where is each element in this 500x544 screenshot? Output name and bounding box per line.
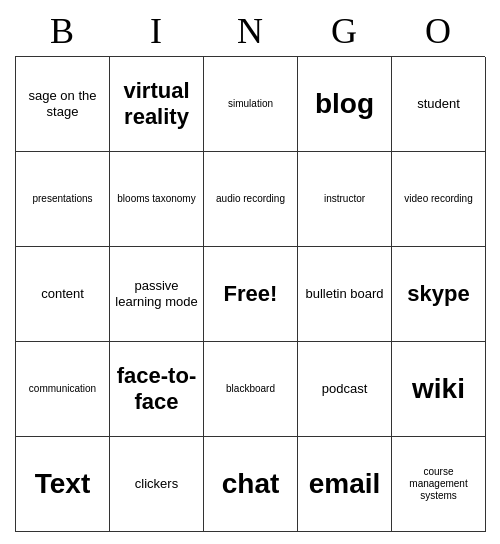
bingo-cell-10: content — [16, 247, 110, 342]
bingo-cell-3: blog — [298, 57, 392, 152]
bingo-cell-11: passive learning mode — [110, 247, 204, 342]
bingo-cell-22: chat — [204, 437, 298, 532]
bingo-cell-8: instructor — [298, 152, 392, 247]
bingo-cell-15: communication — [16, 342, 110, 437]
bingo-cell-2: simulation — [204, 57, 298, 152]
bingo-cell-0: sage on the stage — [16, 57, 110, 152]
bingo-header: BINGO — [15, 10, 485, 52]
header-letter-B: B — [15, 10, 109, 52]
bingo-cell-19: wiki — [392, 342, 486, 437]
bingo-cell-14: skype — [392, 247, 486, 342]
bingo-cell-13: bulletin board — [298, 247, 392, 342]
bingo-cell-18: podcast — [298, 342, 392, 437]
bingo-cell-7: audio recording — [204, 152, 298, 247]
header-letter-O: O — [391, 10, 485, 52]
bingo-cell-17: blackboard — [204, 342, 298, 437]
bingo-cell-21: clickers — [110, 437, 204, 532]
bingo-cell-24: course management systems — [392, 437, 486, 532]
bingo-cell-5: presentations — [16, 152, 110, 247]
header-letter-I: I — [109, 10, 203, 52]
header-letter-N: N — [203, 10, 297, 52]
bingo-cell-9: video recording — [392, 152, 486, 247]
bingo-cell-16: face-to-face — [110, 342, 204, 437]
bingo-cell-23: email — [298, 437, 392, 532]
bingo-cell-12: Free! — [204, 247, 298, 342]
bingo-cell-20: Text — [16, 437, 110, 532]
bingo-grid: sage on the stagevirtual realitysimulati… — [15, 56, 485, 532]
header-letter-G: G — [297, 10, 391, 52]
bingo-cell-4: student — [392, 57, 486, 152]
bingo-cell-1: virtual reality — [110, 57, 204, 152]
bingo-cell-6: blooms taxonomy — [110, 152, 204, 247]
